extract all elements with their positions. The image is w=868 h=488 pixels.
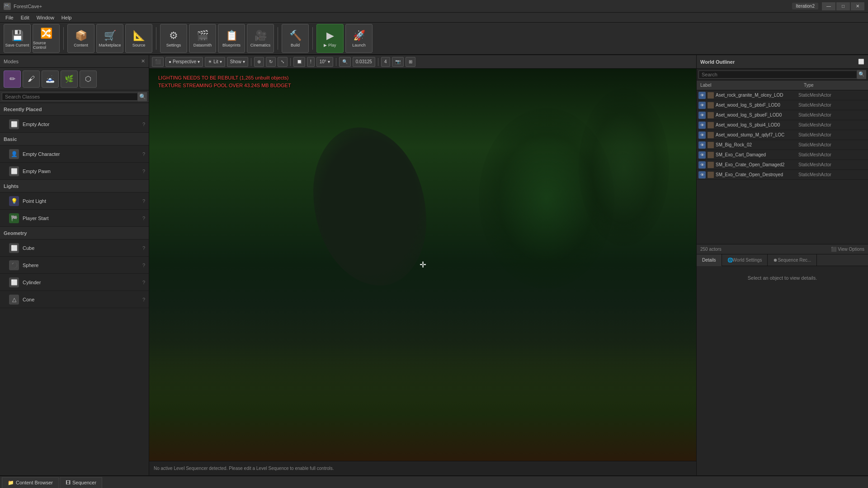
- viewport-options-button[interactable]: ⬛: [152, 57, 164, 67]
- outliner-row-0[interactable]: 👁 Aset_rock_granite_M_olcey_LOD StaticMe…: [697, 90, 868, 100]
- class-item-empty-actor[interactable]: ⬜ Empty Actor ?: [0, 116, 149, 133]
- cone-help[interactable]: ?: [142, 297, 145, 302]
- iteration-button[interactable]: Iteration2: [792, 3, 818, 9]
- class-item-point-light[interactable]: 💡 Point Light ?: [0, 192, 149, 210]
- close-button[interactable]: ✕: [851, 2, 864, 10]
- snap-button[interactable]: 🔲: [293, 57, 305, 67]
- outliner-row-6[interactable]: 👁 SM_Exo_Cart_Damaged StaticMeshActor: [697, 150, 868, 160]
- transform-button[interactable]: ⊕: [254, 57, 264, 67]
- build-button[interactable]: 🔨 Build: [282, 24, 309, 53]
- class-item-empty-character[interactable]: 👤 Empty Character ?: [0, 145, 149, 163]
- grid-snap-button[interactable]: !: [307, 57, 315, 67]
- outliner-row-4[interactable]: 👁 Aset_wood_stump_M_qdyf7_LOC StaticMesh…: [697, 130, 868, 140]
- browser-tabs: 📁 Content Browser 🎞 Sequencer: [0, 476, 868, 488]
- menu-help[interactable]: Help: [58, 14, 75, 21]
- menu-window[interactable]: Window: [33, 14, 58, 21]
- outliner-row-5[interactable]: 👁 SM_Big_Rock_02 StaticMeshActor: [697, 140, 868, 150]
- source-button[interactable]: 📐 Source: [125, 24, 152, 53]
- blueprints-button[interactable]: 📋 Blueprints: [218, 24, 245, 53]
- point-light-help[interactable]: ?: [142, 198, 145, 204]
- empty-actor-help[interactable]: ?: [142, 122, 145, 127]
- search-classes-button[interactable]: 🔍: [138, 92, 147, 101]
- launch-label: Launch: [352, 43, 366, 47]
- play-button[interactable]: ▶ ▶ Play: [316, 24, 344, 53]
- outliner-search-icon[interactable]: 🔍: [857, 70, 866, 79]
- bottom-area: 📁 Content Browser 🎞 Sequencer Add New ▾ …: [0, 475, 868, 488]
- class-item-sphere[interactable]: ⚫ Sphere ?: [0, 257, 149, 274]
- geometry-mode-button[interactable]: ⬡: [80, 70, 97, 88]
- launch-button[interactable]: 🚀 Launch: [345, 24, 373, 53]
- cylinder-help[interactable]: ?: [142, 280, 145, 285]
- outliner-row-2[interactable]: 👁 Aset_wood_log_S_pbueF_LOD0 StaticMeshA…: [697, 110, 868, 120]
- landscape-mode-button[interactable]: 🗻: [42, 70, 59, 88]
- perspective-button[interactable]: ● Perspective ▾: [165, 57, 203, 67]
- vis-toggle-5[interactable]: 👁: [698, 141, 706, 149]
- outliner-row-1[interactable]: 👁 Aset_wood_log_S_pbtxF_LOD0 StaticMeshA…: [697, 100, 868, 110]
- empty-pawn-help[interactable]: ?: [142, 169, 145, 174]
- vis-toggle-7[interactable]: 👁: [698, 161, 706, 169]
- scale-display[interactable]: 0.03125: [353, 57, 375, 67]
- foliage-mode-button[interactable]: 🌿: [61, 70, 78, 88]
- vis-toggle-1[interactable]: 👁: [698, 102, 706, 109]
- settings-button[interactable]: ⚙ Settings: [160, 24, 187, 53]
- class-item-cone[interactable]: △ Cone ?: [0, 291, 149, 308]
- lights-label: Lights: [4, 183, 19, 189]
- minimize-button[interactable]: —: [822, 2, 835, 10]
- actor-type-3: StaticMeshActor: [798, 122, 866, 127]
- lights-category[interactable]: Lights: [0, 180, 149, 192]
- outliner-search-input[interactable]: [698, 70, 857, 79]
- world-settings-tab[interactable]: 🌐 World Settings: [722, 254, 768, 266]
- show-button[interactable]: Show ▾: [227, 57, 248, 67]
- viewport-layout-button[interactable]: ⊞: [406, 57, 415, 67]
- maximize-button[interactable]: □: [836, 2, 850, 10]
- menu-file[interactable]: File: [2, 14, 17, 21]
- scale-button[interactable]: ⤡: [278, 57, 288, 67]
- view-options-link[interactable]: ⬛ View Options: [831, 247, 864, 252]
- viewport[interactable]: LIGHTING NEEDS TO BE REBUILT (1,265 unbu…: [149, 69, 696, 461]
- class-item-cube[interactable]: ⬜ Cube ?: [0, 239, 149, 257]
- sphere-help[interactable]: ?: [142, 263, 145, 268]
- vis-toggle-2[interactable]: 👁: [698, 112, 706, 119]
- content-browser-tab[interactable]: 📁 Content Browser: [2, 477, 59, 488]
- save-current-button[interactable]: 💾 Save Current: [4, 24, 31, 53]
- actor-type-7: StaticMeshActor: [798, 162, 866, 167]
- class-item-cylinder[interactable]: ⬜ Cylinder ?: [0, 274, 149, 291]
- class-item-player-start[interactable]: 🏁 Player Start ?: [0, 210, 149, 227]
- grid-button[interactable]: 4: [381, 57, 390, 67]
- outliner-row-8[interactable]: 👁 SM_Exo_Crate_Open_Destroyed StaticMesh…: [697, 170, 868, 180]
- outliner-row-7[interactable]: 👁 SM_Exo_Crate_Open_Damaged2 StaticMeshA…: [697, 160, 868, 170]
- content-button[interactable]: 📦 Content: [67, 24, 94, 53]
- outliner-row-3[interactable]: 👁 Aset_wood_log_S_pbui4_LOD0 StaticMeshA…: [697, 120, 868, 130]
- vis-toggle-0[interactable]: 👁: [698, 92, 706, 99]
- player-start-help[interactable]: ?: [142, 216, 145, 221]
- place-mode-button[interactable]: ✏: [4, 70, 21, 88]
- marketplace-button[interactable]: 🛒 Marketplace: [96, 24, 123, 53]
- rotate-button[interactable]: ↻: [266, 57, 276, 67]
- sequence-rec-tab[interactable]: ⏺ Sequence Rec...: [768, 254, 817, 266]
- basic-category[interactable]: Basic: [0, 133, 149, 145]
- cube-help[interactable]: ?: [142, 245, 145, 251]
- class-item-empty-pawn[interactable]: ⬜ Empty Pawn ?: [0, 163, 149, 180]
- paint-mode-button[interactable]: 🖌: [23, 70, 40, 88]
- vis-toggle-6[interactable]: 👁: [698, 151, 706, 159]
- angle-value-button[interactable]: 10° ▾: [316, 57, 333, 67]
- search-classes-input[interactable]: [2, 93, 138, 101]
- cinematics-label: Cinematics: [250, 43, 271, 47]
- recently-placed-category[interactable]: Recently Placed: [0, 103, 149, 116]
- empty-character-help[interactable]: ?: [142, 151, 145, 157]
- vis-toggle-4[interactable]: 👁: [698, 131, 706, 139]
- lit-button[interactable]: ☀ Lit ▾: [205, 57, 225, 67]
- datasmith-button[interactable]: 🎬 Datasmith: [189, 24, 216, 53]
- scale-value-button[interactable]: 🔍: [339, 57, 351, 67]
- menu-edit[interactable]: Edit: [17, 14, 33, 21]
- vis-toggle-3[interactable]: 👁: [698, 122, 706, 129]
- source-control-button[interactable]: 🔀 Source Control: [33, 24, 60, 53]
- cinematics-button[interactable]: 🎥 Cinematics: [247, 24, 274, 53]
- sequencer-tab[interactable]: 🎞 Sequencer: [60, 477, 102, 488]
- modes-close-icon[interactable]: ✕: [141, 58, 145, 64]
- outliner-expand-icon[interactable]: ⬜: [858, 59, 864, 65]
- geometry-category[interactable]: Geometry: [0, 227, 149, 239]
- camera-button[interactable]: 📷: [392, 57, 404, 67]
- vis-toggle-8[interactable]: 👁: [698, 171, 706, 178]
- details-tab[interactable]: Details: [697, 254, 722, 266]
